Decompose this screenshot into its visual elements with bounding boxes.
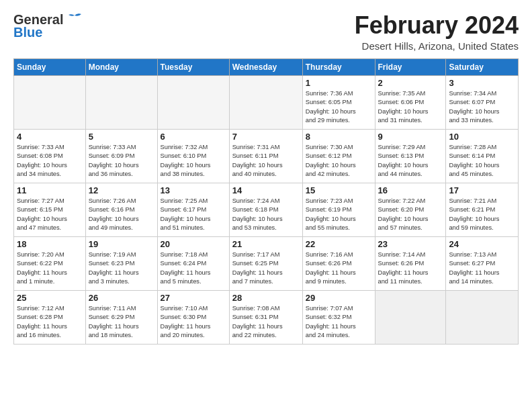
day-number: 26 [89,293,154,303]
weekday-header-tuesday: Tuesday [157,58,229,75]
week-row-3: 11Sunrise: 7:27 AMSunset: 6:15 PMDayligh… [14,183,519,236]
day-number: 10 [449,132,515,142]
calendar-cell: 13Sunrise: 7:25 AMSunset: 6:17 PMDayligh… [157,183,229,236]
logo-blue-text: Blue [13,25,42,40]
calendar-cell [446,290,519,344]
day-info: Sunrise: 7:10 AMSunset: 6:30 PMDaylight:… [161,304,226,340]
day-info: Sunrise: 7:33 AMSunset: 6:08 PMDaylight:… [17,143,83,179]
weekday-header-saturday: Saturday [446,58,519,75]
calendar-cell: 15Sunrise: 7:23 AMSunset: 6:19 PMDayligh… [302,183,375,236]
day-number: 22 [306,239,372,249]
calendar-cell: 19Sunrise: 7:19 AMSunset: 6:23 PMDayligh… [85,236,157,290]
page: General Blue February 2024 Desert Hills,… [0,0,532,411]
day-number: 15 [306,185,372,195]
calendar-cell [14,75,86,129]
location-title: Desert Hills, Arizona, United States [355,40,519,52]
calendar-table: SundayMondayTuesdayWednesdayThursdayFrid… [13,58,519,345]
calendar-cell: 1Sunrise: 7:36 AMSunset: 6:05 PMDaylight… [302,75,375,129]
calendar-cell [229,75,302,129]
calendar-cell: 12Sunrise: 7:26 AMSunset: 6:16 PMDayligh… [85,183,157,236]
day-number: 23 [378,239,443,249]
day-number: 25 [17,293,83,303]
logo-area: General Blue [13,12,84,40]
day-number: 28 [232,293,300,303]
calendar-cell [157,75,229,129]
day-number: 7 [232,132,300,142]
day-info: Sunrise: 7:31 AMSunset: 6:11 PMDaylight:… [232,143,300,179]
day-number: 5 [89,132,154,142]
day-info: Sunrise: 7:35 AMSunset: 6:06 PMDaylight:… [378,89,443,126]
weekday-header-monday: Monday [85,58,157,75]
day-number: 27 [161,293,226,303]
day-number: 1 [306,78,372,88]
logo-bird-icon [65,13,84,25]
day-info: Sunrise: 7:11 AMSunset: 6:29 PMDaylight:… [89,304,154,340]
calendar-cell: 21Sunrise: 7:17 AMSunset: 6:25 PMDayligh… [229,236,302,290]
calendar-cell: 11Sunrise: 7:27 AMSunset: 6:15 PMDayligh… [14,183,86,236]
day-number: 21 [232,239,300,249]
day-info: Sunrise: 7:27 AMSunset: 6:15 PMDaylight:… [17,197,83,233]
day-info: Sunrise: 7:36 AMSunset: 6:05 PMDaylight:… [306,89,372,126]
calendar-cell: 25Sunrise: 7:12 AMSunset: 6:28 PMDayligh… [14,290,86,344]
day-info: Sunrise: 7:30 AMSunset: 6:12 PMDaylight:… [306,143,372,179]
day-info: Sunrise: 7:32 AMSunset: 6:10 PMDaylight:… [161,143,226,179]
calendar-cell: 16Sunrise: 7:22 AMSunset: 6:20 PMDayligh… [375,183,446,236]
day-number: 29 [306,293,372,303]
calendar-cell: 17Sunrise: 7:21 AMSunset: 6:21 PMDayligh… [446,183,519,236]
calendar-cell: 28Sunrise: 7:08 AMSunset: 6:31 PMDayligh… [229,290,302,344]
week-row-5: 25Sunrise: 7:12 AMSunset: 6:28 PMDayligh… [14,290,519,344]
day-info: Sunrise: 7:26 AMSunset: 6:16 PMDaylight:… [89,197,154,233]
weekday-header-row: SundayMondayTuesdayWednesdayThursdayFrid… [14,58,519,75]
day-number: 6 [161,132,226,142]
calendar-cell: 22Sunrise: 7:16 AMSunset: 6:26 PMDayligh… [302,236,375,290]
day-info: Sunrise: 7:34 AMSunset: 6:07 PMDaylight:… [449,89,515,126]
calendar-cell [85,75,157,129]
weekday-header-friday: Friday [375,58,446,75]
calendar-cell: 7Sunrise: 7:31 AMSunset: 6:11 PMDaylight… [229,129,302,183]
day-info: Sunrise: 7:25 AMSunset: 6:17 PMDaylight:… [161,197,226,233]
day-number: 12 [89,185,154,195]
day-info: Sunrise: 7:12 AMSunset: 6:28 PMDaylight:… [17,304,83,340]
calendar-cell: 2Sunrise: 7:35 AMSunset: 6:06 PMDaylight… [375,75,446,129]
calendar-cell: 24Sunrise: 7:13 AMSunset: 6:27 PMDayligh… [446,236,519,290]
calendar-cell: 29Sunrise: 7:07 AMSunset: 6:32 PMDayligh… [302,290,375,344]
day-info: Sunrise: 7:07 AMSunset: 6:32 PMDaylight:… [306,304,372,340]
month-title: February 2024 [355,12,519,39]
day-info: Sunrise: 7:18 AMSunset: 6:24 PMDaylight:… [161,250,226,287]
day-number: 24 [449,239,515,249]
day-info: Sunrise: 7:19 AMSunset: 6:23 PMDaylight:… [89,250,154,287]
header: General Blue February 2024 Desert Hills,… [13,12,519,52]
title-area: February 2024 Desert Hills, Arizona, Uni… [355,12,519,52]
day-number: 19 [89,239,154,249]
calendar-cell: 4Sunrise: 7:33 AMSunset: 6:08 PMDaylight… [14,129,86,183]
day-number: 4 [17,132,83,142]
calendar-cell: 26Sunrise: 7:11 AMSunset: 6:29 PMDayligh… [85,290,157,344]
day-info: Sunrise: 7:14 AMSunset: 6:26 PMDaylight:… [378,250,443,287]
weekday-header-wednesday: Wednesday [229,58,302,75]
week-row-2: 4Sunrise: 7:33 AMSunset: 6:08 PMDaylight… [14,129,519,183]
calendar-cell: 18Sunrise: 7:20 AMSunset: 6:22 PMDayligh… [14,236,86,290]
weekday-header-sunday: Sunday [14,58,86,75]
day-number: 17 [449,185,515,195]
day-info: Sunrise: 7:13 AMSunset: 6:27 PMDaylight:… [449,250,515,287]
day-number: 16 [378,185,443,195]
calendar-cell: 9Sunrise: 7:29 AMSunset: 6:13 PMDaylight… [375,129,446,183]
day-number: 8 [306,132,372,142]
calendar-cell: 10Sunrise: 7:28 AMSunset: 6:14 PMDayligh… [446,129,519,183]
calendar-cell: 3Sunrise: 7:34 AMSunset: 6:07 PMDaylight… [446,75,519,129]
day-info: Sunrise: 7:17 AMSunset: 6:25 PMDaylight:… [232,250,300,287]
day-number: 2 [378,78,443,88]
day-info: Sunrise: 7:29 AMSunset: 6:13 PMDaylight:… [378,143,443,179]
day-number: 13 [161,185,226,195]
day-info: Sunrise: 7:08 AMSunset: 6:31 PMDaylight:… [232,304,300,340]
calendar-cell: 8Sunrise: 7:30 AMSunset: 6:12 PMDaylight… [302,129,375,183]
day-info: Sunrise: 7:33 AMSunset: 6:09 PMDaylight:… [89,143,154,179]
calendar-cell: 27Sunrise: 7:10 AMSunset: 6:30 PMDayligh… [157,290,229,344]
day-info: Sunrise: 7:22 AMSunset: 6:20 PMDaylight:… [378,197,443,233]
calendar-cell: 14Sunrise: 7:24 AMSunset: 6:18 PMDayligh… [229,183,302,236]
calendar-cell: 5Sunrise: 7:33 AMSunset: 6:09 PMDaylight… [85,129,157,183]
calendar-cell: 20Sunrise: 7:18 AMSunset: 6:24 PMDayligh… [157,236,229,290]
day-info: Sunrise: 7:16 AMSunset: 6:26 PMDaylight:… [306,250,372,287]
calendar-cell [375,290,446,344]
week-row-4: 18Sunrise: 7:20 AMSunset: 6:22 PMDayligh… [14,236,519,290]
